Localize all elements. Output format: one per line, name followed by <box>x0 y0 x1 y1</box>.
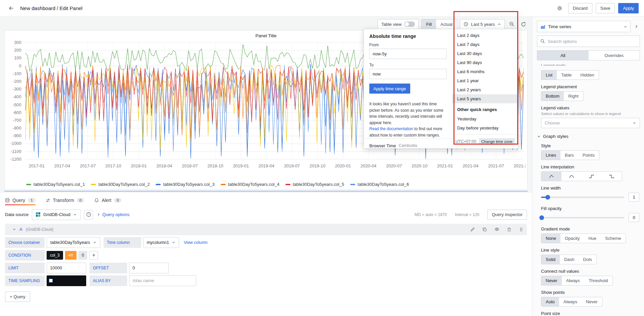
view-column-link[interactable]: View column <box>184 240 208 245</box>
quick-range-option[interactable]: Last 6 months <box>452 67 518 76</box>
time-range-picker-button[interactable]: Last 5 years <box>460 19 505 29</box>
apply-time-range-button[interactable]: Apply time range <box>369 84 410 94</box>
interp-smooth-button[interactable] <box>561 172 582 181</box>
tab-alert[interactable]: Alert 0 <box>94 193 121 208</box>
discard-button[interactable]: Discard <box>568 3 592 13</box>
gradient-hue[interactable]: Hue <box>584 234 601 243</box>
points-auto[interactable]: Auto <box>541 297 559 306</box>
connect-threshold[interactable]: Threshold <box>584 276 612 285</box>
placement-right[interactable]: Right <box>564 92 583 101</box>
slider-thumb[interactable] <box>539 215 544 220</box>
back-button[interactable] <box>5 3 17 14</box>
interp-step-before-button[interactable] <box>582 172 602 181</box>
graph-styles-section-header[interactable]: Graph styles <box>537 134 640 139</box>
datasource-picker[interactable]: GridDB-Cloud <box>32 209 80 220</box>
points-never[interactable]: Never <box>582 297 602 306</box>
container-select[interactable]: table30DayTo5years <box>47 237 100 248</box>
style-points[interactable]: Points <box>578 151 599 160</box>
legend-item[interactable]: table30DayTo5years.col_1 <box>26 182 85 187</box>
pane-resize-splitter[interactable] <box>0 190 532 193</box>
query-options-toggle[interactable]: Query options <box>97 212 129 217</box>
quick-range-option[interactable]: Last 7 days <box>452 40 518 49</box>
time-column-select[interactable]: mycolumn1 <box>143 237 179 248</box>
line-width-slider[interactable] <box>541 197 624 198</box>
legend-mode-hidden[interactable]: Hidden <box>576 70 598 80</box>
time-sampling-input[interactable] <box>47 275 86 286</box>
save-button[interactable]: Save <box>596 3 615 13</box>
interp-linear-button[interactable] <box>541 172 561 181</box>
legend-item[interactable]: table30DayTo5years.col_5 <box>285 182 344 187</box>
legend-section: List Table Hidden Legend placement Botto… <box>537 70 640 128</box>
limit-input[interactable] <box>47 263 86 273</box>
style-bars[interactable]: Bars <box>560 151 578 160</box>
legend-mode-table[interactable]: Table <box>557 70 576 80</box>
hide-eye-icon[interactable] <box>494 227 499 232</box>
slider-thumb[interactable] <box>545 195 550 200</box>
documentation-link[interactable]: Read the documentation <box>369 126 413 131</box>
condition-field-tag[interactable]: col_3 <box>47 251 63 260</box>
edit-pencil-icon[interactable] <box>470 227 475 232</box>
zoom-out-button[interactable] <box>507 20 516 29</box>
tab-all[interactable]: All <box>537 51 589 60</box>
table-view-toggle[interactable]: Table view <box>378 19 419 29</box>
tab-transform[interactable]: Transform 0 <box>46 193 85 208</box>
query-inspector-button[interactable]: Query inspector <box>487 210 527 220</box>
quick-range-option[interactable]: Last 2 days <box>452 31 518 40</box>
change-timezone-button[interactable]: Change time zone <box>479 138 515 145</box>
line-style-dash[interactable]: Dash <box>560 255 579 264</box>
quick-range-option[interactable]: Last 90 days <box>452 58 518 67</box>
legend-item[interactable]: table30DayTo5years.col_4 <box>221 182 279 187</box>
alias-input[interactable] <box>129 275 196 286</box>
quick-range-option[interactable]: Last 30 days <box>452 49 518 58</box>
tab-query[interactable]: Query 1 <box>5 193 36 208</box>
quick-range-option[interactable]: Day before yesterday <box>452 123 518 133</box>
refresh-button[interactable] <box>519 20 528 29</box>
quick-range-option-selected[interactable]: Last 5 years <box>452 94 518 103</box>
condition-operator-tag[interactable]: <= <box>65 251 76 260</box>
tab-overrides[interactable]: Overrides <box>589 51 640 60</box>
connect-never[interactable]: Never <box>541 276 562 285</box>
condition-value-tag[interactable]: 0 <box>78 251 88 260</box>
gradient-none[interactable]: None <box>541 234 560 243</box>
query-card-header[interactable]: A (GridDB-Cloud) <box>5 224 527 235</box>
points-always[interactable]: Always <box>559 297 582 306</box>
dashboard-settings-button[interactable] <box>555 3 565 13</box>
options-search[interactable] <box>537 36 640 47</box>
trash-icon[interactable] <box>507 227 512 232</box>
collapse-options-button[interactable] <box>633 21 640 32</box>
gradient-opacity[interactable]: Opacity <box>560 234 584 243</box>
offset-input[interactable] <box>129 263 169 273</box>
line-style-dots[interactable]: Dots <box>579 255 596 264</box>
drag-handle-icon[interactable] <box>519 227 524 232</box>
style-lines[interactable]: Lines <box>541 151 560 160</box>
from-input[interactable] <box>369 49 447 59</box>
fill-opacity-slider[interactable] <box>541 217 624 218</box>
line-width-value[interactable]: 1 <box>629 193 639 202</box>
line-style-solid[interactable]: Solid <box>541 255 560 264</box>
interp-step-after-button[interactable] <box>602 172 622 181</box>
collapse-chevron-icon[interactable] <box>12 227 16 231</box>
placement-bottom[interactable]: Bottom <box>541 92 564 101</box>
add-condition-button[interactable] <box>89 251 98 260</box>
quick-range-option[interactable]: Last 1 year <box>452 76 518 85</box>
legend-item[interactable]: table30DayTo5years.col_6 <box>350 182 409 187</box>
legend-mode-list[interactable]: List <box>541 70 557 80</box>
legend-values-select[interactable]: Choose <box>541 118 640 128</box>
duplicate-icon[interactable] <box>482 227 487 232</box>
add-query-button[interactable]: + Query <box>5 292 30 302</box>
legend-item[interactable]: table30DayTo5years.col_3 <box>156 182 214 187</box>
gradient-scheme[interactable]: Scheme <box>601 234 626 243</box>
quick-range-option[interactable]: Last 2 years <box>452 85 518 94</box>
fill-opacity-value[interactable]: 0 <box>629 213 639 222</box>
to-input[interactable] <box>369 69 447 79</box>
datasource-help-button[interactable]: ? <box>84 210 93 219</box>
fill-option[interactable]: Fill <box>422 19 436 29</box>
connect-always[interactable]: Always <box>562 276 584 285</box>
options-search-input[interactable] <box>548 39 637 44</box>
visualization-picker[interactable]: Time series <box>537 21 631 32</box>
quick-range-option[interactable]: Yesterday <box>452 114 518 123</box>
actual-option[interactable]: Actual <box>436 19 457 29</box>
apply-button[interactable]: Apply <box>618 3 639 13</box>
legend-item[interactable]: table30DayTo5years.col_2 <box>91 182 150 187</box>
table-view-switch[interactable] <box>404 21 415 27</box>
